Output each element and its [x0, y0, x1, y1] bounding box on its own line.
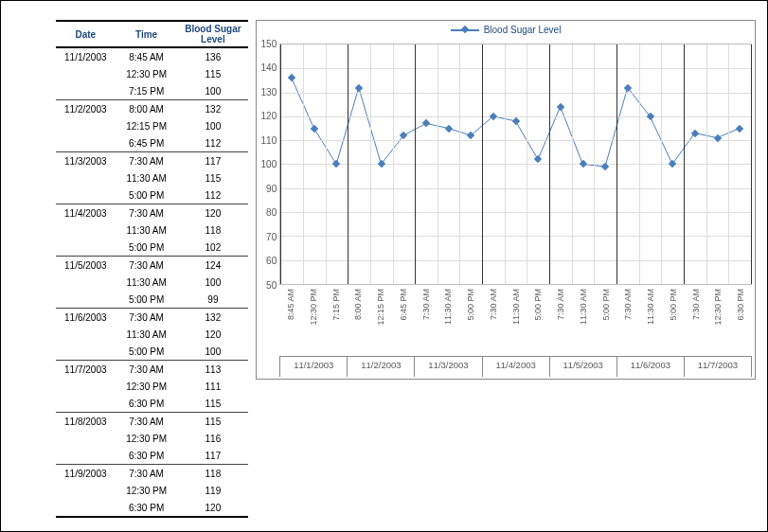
cell-level: 118 — [178, 465, 249, 483]
cell-date — [56, 343, 117, 361]
y-tick: 120 — [261, 111, 277, 121]
cell-time: 12:30 PM — [117, 482, 178, 499]
gridline-h — [280, 212, 751, 213]
cell-level: 99 — [178, 291, 249, 309]
table-row: 12:30 PM115 — [56, 65, 248, 82]
x-group-date: 11/5/2003 — [550, 356, 617, 377]
cell-level: 112 — [178, 186, 249, 204]
data-point — [579, 160, 586, 168]
y-tick: 50 — [266, 279, 277, 290]
cell-date — [56, 186, 117, 204]
x-tick-time: 12:30 PM — [309, 289, 318, 326]
cell-date — [56, 239, 117, 257]
gridline-v — [393, 44, 394, 284]
plot-wrap: 11/1/200311/2/200311/3/200311/4/200311/5… — [279, 44, 755, 379]
cell-level: 132 — [178, 100, 249, 118]
cell-date: 11/8/2003 — [56, 413, 117, 431]
gridline-v — [438, 44, 438, 284]
gridline-v — [572, 44, 573, 284]
x-tick-time: 11:30 AM — [579, 289, 588, 325]
cell-time: 7:30 AM — [117, 309, 178, 327]
table-row: 11/2/20038:00 AM132 — [56, 100, 248, 118]
header-time: Time — [117, 21, 178, 47]
cell-date: 11/6/2003 — [56, 309, 117, 327]
chart-legend: Blood Sugar Level — [257, 21, 755, 44]
table-row: 5:00 PM102 — [56, 239, 248, 257]
x-tick-time: 7:30 AM — [421, 289, 431, 320]
gridline-v — [505, 44, 506, 284]
x-group-date: 11/1/2003 — [279, 356, 348, 377]
cell-level: 117 — [178, 152, 249, 170]
cell-date — [56, 378, 117, 395]
x-tick-time: 11:30 AM — [646, 289, 655, 325]
y-tick: 70 — [266, 231, 277, 241]
blood-sugar-chart: Blood Sugar Level 5060708090100110120130… — [256, 20, 756, 380]
cell-time: 6:30 PM — [117, 447, 178, 465]
cell-date — [56, 430, 117, 447]
cell-time: 12:30 PM — [117, 430, 178, 447]
y-axis: 5060708090100110120130140150 — [257, 44, 279, 379]
cell-time: 7:15 PM — [117, 82, 178, 100]
data-point — [511, 117, 519, 125]
table-row: 11/4/20037:30 AM120 — [56, 204, 248, 222]
data-point — [400, 132, 407, 139]
table-row: 6:30 PM117 — [56, 447, 248, 465]
cell-time: 7:30 AM — [117, 413, 178, 431]
data-point — [534, 155, 542, 163]
cell-date — [56, 395, 117, 413]
cell-date — [56, 65, 117, 82]
y-tick: 140 — [261, 62, 277, 73]
header-date: Date — [56, 21, 117, 47]
table-row: 6:30 PM115 — [56, 395, 248, 413]
x-axis-dates: 11/1/200311/2/200311/3/200311/4/200311/5… — [279, 356, 752, 377]
gridline-h — [280, 164, 751, 165]
cell-level: 124 — [178, 257, 249, 275]
cell-level: 120 — [178, 326, 249, 343]
y-tick: 90 — [266, 183, 277, 193]
gridline-v — [326, 44, 327, 284]
cell-time: 8:00 AM — [117, 100, 178, 118]
blood-sugar-table: Date Time Blood Sugar Level 11/1/20038:4… — [56, 20, 248, 518]
cell-time: 5:00 PM — [117, 343, 178, 361]
x-group-date: 11/3/2003 — [415, 356, 482, 377]
x-tick-time: 6:30 PM — [736, 289, 745, 321]
x-tick-time: 8:45 AM — [286, 289, 295, 320]
table-row: 12:30 PM116 — [56, 430, 248, 447]
table-row: 7:15 PM100 — [56, 82, 248, 100]
cell-level: 120 — [178, 204, 249, 222]
cell-time: 7:30 AM — [117, 465, 178, 483]
y-tick: 80 — [266, 207, 277, 218]
gridline-h — [280, 140, 751, 141]
cell-date: 11/9/2003 — [56, 465, 117, 483]
gridline-h — [280, 260, 751, 261]
table-row: 11/5/20037:30 AM124 — [56, 257, 248, 275]
gridline-v — [639, 44, 640, 284]
x-tick-time: 12:15 PM — [376, 289, 385, 326]
x-axis: 11/1/200311/2/200311/3/200311/4/200311/5… — [279, 285, 752, 379]
data-point — [444, 124, 452, 132]
gridline-h — [280, 68, 751, 69]
x-tick-time: 7:30 AM — [691, 289, 701, 320]
x-group-date: 11/7/2003 — [685, 356, 752, 377]
cell-time: 7:30 AM — [117, 204, 178, 222]
data-point — [288, 74, 295, 81]
cell-time: 6:45 PM — [117, 134, 178, 152]
table-row: 12:15 PM100 — [56, 117, 248, 134]
cell-date — [56, 117, 117, 134]
cell-level: 111 — [178, 378, 249, 395]
cell-time: 6:30 PM — [117, 499, 178, 517]
cell-level: 115 — [178, 395, 249, 413]
cell-date — [56, 482, 117, 499]
table-row: 11/9/20037:30 AM118 — [56, 465, 248, 483]
table-row: 6:30 PM120 — [56, 499, 248, 517]
x-group-date: 11/2/2003 — [348, 356, 415, 377]
data-point — [332, 160, 340, 168]
table-row: 11:30 AM118 — [56, 222, 248, 239]
cell-time: 5:00 PM — [117, 239, 178, 257]
x-group-date: 11/6/2003 — [617, 356, 685, 377]
cell-date — [56, 274, 117, 291]
x-tick-time: 8:00 AM — [353, 289, 363, 320]
data-point — [490, 113, 497, 120]
cell-time: 5:00 PM — [117, 291, 178, 309]
table-row: 12:30 PM111 — [56, 378, 248, 395]
